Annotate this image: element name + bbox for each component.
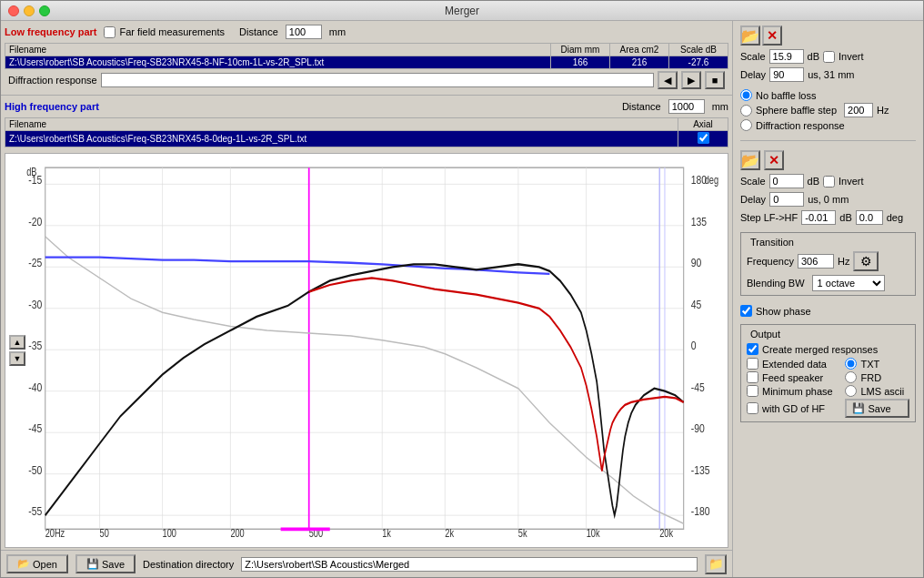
lf-col-scale: Scale dB [669, 44, 728, 56]
diffraction-input[interactable] [101, 73, 654, 87]
output-title: Output [747, 329, 784, 340]
transition-apply-btn[interactable]: ⚙ [853, 251, 879, 271]
open-button[interactable]: 📂 Open [6, 554, 68, 573]
hf-table-row[interactable]: Z:\Users\robert\SB Acoustics\Freq-SB23NR… [5, 131, 728, 147]
lms-option[interactable]: LMS ascii [845, 385, 909, 397]
svg-text:90: 90 [691, 256, 702, 270]
extended-data-checkbox[interactable] [747, 358, 758, 370]
hf-step-db-input[interactable] [801, 210, 836, 225]
lf-scale-row: Scale dB Invert [740, 49, 916, 64]
svg-text:-45: -45 [28, 421, 42, 436]
diffraction-radio-label: Diffraction response [756, 120, 845, 131]
chart-area: -15 dB -20 -25 -30 -35 -40 -45 -50 -55 1… [5, 153, 728, 548]
minimum-phase-label: Minimum phase [762, 386, 833, 397]
lf-delete-btn[interactable]: ✕ [762, 25, 782, 46]
hf-delay-row: Delay us, 0 mm [740, 192, 916, 207]
lf-scale-input[interactable] [769, 49, 804, 64]
window-controls [8, 5, 50, 16]
browse-icon: 📁 [708, 557, 724, 571]
svg-text:20k: 20k [659, 527, 673, 540]
lf-filename-cell: Z:\Users\robert\SB Acoustics\Freq-SB23NR… [5, 56, 551, 69]
hf-scale-label: Scale [740, 176, 766, 187]
output-save-label: Save [868, 403, 890, 414]
with-gd-checkbox[interactable] [747, 402, 758, 414]
lf-distance-unit: mm [329, 26, 346, 37]
svg-text:-50: -50 [28, 462, 42, 477]
transition-title: Transition [747, 237, 798, 248]
create-merged-check[interactable]: Create merged responses [747, 343, 909, 355]
transition-freq-input[interactable] [798, 254, 834, 269]
extended-data-label: Extended data [762, 359, 827, 370]
hf-filename-cell: Z:\Users\robert\SB Acoustics\Freq-SB23NR… [5, 131, 678, 147]
farfield-check[interactable]: Far field measurements [104, 26, 225, 38]
hf-delete-btn[interactable]: ✕ [764, 150, 784, 170]
close-button[interactable] [8, 5, 19, 16]
lf-delay-row: Delay us, 31 mm [740, 67, 916, 82]
hf-scale-input[interactable] [769, 174, 804, 188]
lf-invert-checkbox[interactable] [823, 51, 835, 63]
farfield-checkbox[interactable] [104, 26, 116, 38]
svg-text:-45: -45 [691, 380, 705, 394]
lf-delay-input[interactable] [769, 67, 804, 82]
svg-text:-55: -55 [28, 504, 42, 519]
maximize-button[interactable] [39, 5, 50, 16]
left-panel: Low frequency part Far field measurement… [1, 21, 732, 577]
feed-speaker-checkbox[interactable] [747, 371, 758, 383]
lf-delay-label: Delay [740, 69, 766, 80]
svg-text:-135: -135 [691, 462, 710, 477]
transition-freq-unit: Hz [838, 256, 849, 267]
diffraction-stop-btn[interactable]: ■ [705, 71, 725, 89]
lf-diam-cell: 166 [551, 56, 610, 69]
hf-axial-checkbox[interactable] [698, 132, 709, 144]
frd-option[interactable]: FRD [845, 371, 909, 383]
sphere-baffle-label: Sphere baffle step [756, 105, 837, 116]
lf-distance-input[interactable] [286, 25, 322, 39]
show-phase-checkbox[interactable] [740, 305, 752, 317]
sphere-hz-input[interactable] [844, 103, 873, 117]
hf-invert-checkbox[interactable] [823, 176, 835, 188]
svg-text:135: 135 [691, 214, 708, 228]
minimum-phase-check[interactable]: Minimum phase [747, 385, 838, 397]
create-merged-checkbox[interactable] [747, 343, 758, 355]
transition-freq-row: Frequency Hz ⚙ [747, 251, 909, 271]
distance-label: Distance [239, 26, 278, 37]
chart-up-btn[interactable]: ▲ [9, 335, 25, 350]
lf-area-cell: 216 [610, 56, 669, 69]
svg-text:1k: 1k [382, 527, 391, 540]
hf-distance-unit: mm [712, 101, 728, 112]
svg-text:deg: deg [705, 174, 718, 187]
diffraction-prev-btn[interactable]: ◀ [658, 71, 678, 89]
show-phase-check[interactable]: Show phase [740, 305, 916, 317]
svg-text:10k: 10k [587, 527, 600, 540]
open-icon: 📂 [17, 558, 30, 570]
transition-blend-select[interactable]: 1 octave 1/2 octave 2 octaves [812, 275, 885, 291]
sphere-baffle-option[interactable]: Sphere baffle step Hz [740, 103, 916, 117]
open-label: Open [33, 559, 57, 570]
minimize-button[interactable] [24, 5, 35, 16]
txt-option[interactable]: TXT [845, 358, 909, 370]
lf-file-table: Filename Diam mm Area cm2 Scale dB Z:\Us… [5, 43, 728, 69]
hf-distance-input[interactable] [668, 99, 705, 114]
dest-input[interactable] [241, 557, 698, 572]
txt-label: TXT [860, 359, 879, 370]
diffraction-next-btn[interactable]: ▶ [681, 71, 701, 89]
browse-button[interactable]: 📁 [705, 554, 727, 574]
hf-delay-input[interactable] [769, 192, 804, 207]
svg-text:2k: 2k [445, 527, 454, 540]
lf-open-btn[interactable]: 📂 [740, 25, 760, 46]
lf-table-row[interactable]: Z:\Users\robert\SB Acoustics\Freq-SB23NR… [5, 56, 728, 69]
diffraction-option[interactable]: Diffraction response [740, 119, 916, 131]
no-baffle-option[interactable]: No baffle loss [740, 89, 916, 101]
feed-speaker-check[interactable]: Feed speaker [747, 371, 838, 383]
svg-text:-180: -180 [691, 504, 710, 519]
save-bottom-button[interactable]: 💾 Save [75, 554, 136, 573]
hf-step-deg-input[interactable] [856, 210, 883, 225]
extended-data-check[interactable]: Extended data [747, 358, 838, 370]
chart-down-btn[interactable]: ▼ [9, 351, 25, 366]
hf-open-btn[interactable]: 📂 [740, 150, 760, 170]
output-save-button[interactable]: 💾 Save [845, 399, 909, 418]
title-bar: Merger [1, 1, 923, 21]
hf-col-filename: Filename [5, 118, 678, 131]
minimum-phase-checkbox[interactable] [747, 385, 758, 397]
with-gd-check[interactable]: with GD of HF [747, 402, 838, 414]
